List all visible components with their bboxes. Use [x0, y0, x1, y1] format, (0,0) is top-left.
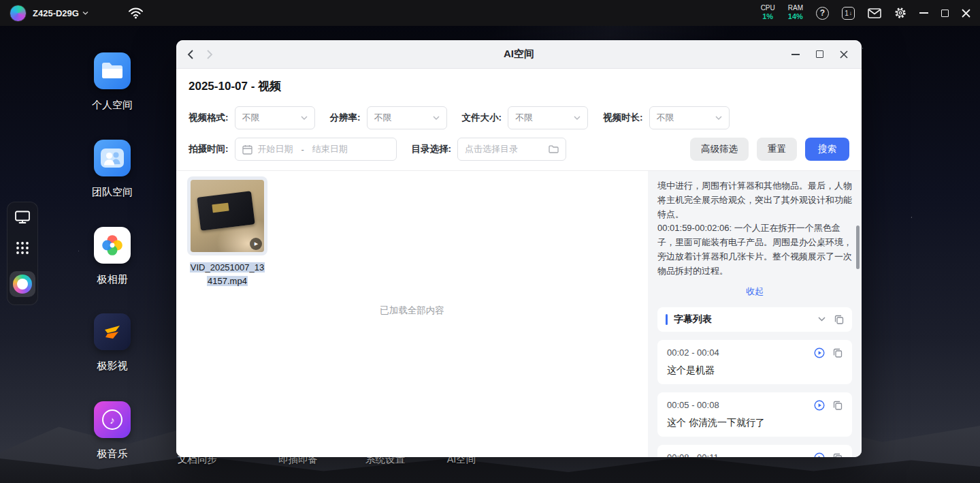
- calendar-icon: [242, 144, 252, 155]
- date-separator: -: [301, 144, 304, 155]
- search-button[interactable]: 搜索: [805, 138, 849, 161]
- close-system-icon[interactable]: [962, 9, 970, 18]
- collapse-link[interactable]: 收起: [657, 285, 852, 298]
- transfer-tasks-icon[interactable]: 1↓: [842, 7, 855, 20]
- filter-bar: 视频格式: 不限 分辨率: 不限 文件大小: 不限 视频时长: 不限 拍摄时间:: [176, 101, 862, 171]
- team-space-icon: [94, 140, 131, 176]
- personal-space-folder-icon: [94, 52, 131, 89]
- duration-filter-label: 视频时长:: [603, 112, 643, 124]
- directory-filter-label: 目录选择:: [412, 143, 452, 155]
- ai-space-window: AI空间 2025-10-07 - 视频 视频格式: 不限 分辨率: 不限: [176, 40, 862, 457]
- collapse-chevron-icon[interactable]: [818, 317, 826, 322]
- desktop-icon-label: 团队空间: [92, 186, 133, 199]
- ram-usage: RAM 14%: [788, 4, 803, 21]
- desktop-icon-label: 极相册: [97, 273, 128, 286]
- desktop-icon-label: 极音乐: [97, 448, 128, 461]
- video-thumbnail[interactable]: ▶: [187, 176, 267, 255]
- chevron-down-icon: [433, 116, 440, 120]
- video-results-area: ▶ VID_20251007_13 4157.mp4 已加载全部内容: [176, 171, 648, 457]
- window-minimize-icon[interactable]: [791, 54, 800, 55]
- chevron-down-icon: [574, 116, 581, 120]
- desktop-icon-team-space[interactable]: 团队空间: [82, 140, 143, 199]
- device-dropdown-chevron-icon[interactable]: [82, 11, 88, 15]
- subtitle-item: 00:08 - 00:11: [657, 445, 852, 457]
- accent-bar: [666, 314, 668, 325]
- video-item[interactable]: ▶ VID_20251007_13 4157.mp4: [187, 176, 267, 287]
- reset-button[interactable]: 重置: [757, 138, 797, 161]
- desktop-icon-movies[interactable]: 极影视: [82, 313, 143, 373]
- resolution-select[interactable]: 不限: [367, 106, 447, 129]
- settings-gear-icon[interactable]: [894, 7, 906, 19]
- forward-icon[interactable]: [206, 49, 213, 60]
- subtitle-list-title: 字幕列表: [674, 313, 812, 326]
- mail-icon[interactable]: [868, 8, 881, 18]
- window-title: AI空间: [176, 48, 862, 61]
- video-filename: VID_20251007_13 4157.mp4: [187, 261, 267, 287]
- folder-icon: [549, 145, 559, 153]
- filesize-select[interactable]: 不限: [508, 106, 588, 129]
- play-badge-icon: ▶: [250, 238, 262, 250]
- copy-subtitle-icon[interactable]: [833, 348, 843, 358]
- system-topbar: Z425-D29G CPU 1% RAM 14% ? 1↓: [0, 0, 980, 26]
- subtitle-list-header: 字幕列表: [657, 307, 852, 332]
- ai-space-app-icon: [13, 275, 32, 294]
- minimize-system-icon[interactable]: [919, 12, 928, 14]
- music-icon: ♪: [94, 401, 131, 438]
- back-icon[interactable]: [187, 49, 194, 60]
- copy-subtitle-icon[interactable]: [833, 453, 843, 457]
- window-close-icon[interactable]: [840, 50, 848, 59]
- subtitle-time: 00:05 - 00:08: [667, 400, 814, 410]
- window-titlebar: AI空间: [176, 40, 862, 69]
- movies-icon: [94, 313, 131, 350]
- date-range-input[interactable]: 开始日期 - 结束日期: [235, 138, 397, 161]
- subtitle-text: 这个是机器: [667, 364, 843, 377]
- format-filter-label: 视频格式:: [189, 112, 229, 124]
- shoot-time-filter-label: 拍摄时间:: [189, 143, 229, 155]
- all-content-loaded-text: 已加载全部内容: [176, 305, 648, 317]
- photos-flower-icon: [94, 227, 131, 264]
- format-select[interactable]: 不限: [235, 106, 315, 129]
- desktop-icon-music[interactable]: ♪ 极音乐: [82, 401, 143, 461]
- maximize-system-icon[interactable]: [941, 10, 949, 17]
- copy-all-icon[interactable]: [834, 315, 844, 324]
- play-subtitle-icon[interactable]: [814, 400, 825, 411]
- video-description-text: 境中进行，周围有计算器和其他物品。最后，人物将主机完全展示给观众，突出了其外观设…: [657, 179, 852, 279]
- active-app-icon[interactable]: [10, 271, 35, 297]
- desktop-icon-label: 个人空间: [92, 99, 133, 112]
- subtitle-time: 00:08 - 00:11: [667, 452, 814, 457]
- directory-placeholder: 点击选择目录: [465, 143, 549, 155]
- left-dock: [7, 202, 38, 305]
- chevron-down-icon: [715, 116, 722, 120]
- help-icon[interactable]: ?: [816, 7, 829, 20]
- subtitle-item: 00:05 - 00:08 这个 你清洗一下就行了: [657, 392, 852, 437]
- filesize-filter-label: 文件大小:: [462, 112, 502, 124]
- page-title: 2025-10-07 - 视频: [176, 69, 862, 101]
- window-content: ▶ VID_20251007_13 4157.mp4 已加载全部内容 境中进行，…: [176, 171, 862, 457]
- device-name[interactable]: Z425-D29G: [33, 8, 79, 18]
- end-date-placeholder: 结束日期: [312, 143, 348, 155]
- subtitle-item: 00:02 - 00:04 这个是机器: [657, 340, 852, 384]
- panel-scrollbar-thumb[interactable]: [856, 225, 860, 269]
- app-grid-icon[interactable]: [15, 240, 30, 255]
- desktop-monitor-icon[interactable]: [14, 210, 31, 224]
- desktop-icon-personal-space[interactable]: 个人空间: [82, 52, 143, 112]
- user-avatar[interactable]: [10, 5, 27, 22]
- subtitle-text: 这个 你清洗一下就行了: [667, 417, 843, 429]
- directory-select-input[interactable]: 点击选择目录: [457, 138, 566, 161]
- chevron-down-icon: [301, 116, 308, 120]
- duration-select[interactable]: 不限: [649, 106, 730, 129]
- cpu-usage: CPU 1%: [761, 4, 775, 21]
- desktop-icon-photos[interactable]: 极相册: [82, 227, 143, 286]
- desktop-icon-label: 极影视: [97, 360, 128, 373]
- wifi-icon[interactable]: [128, 7, 144, 19]
- play-subtitle-icon[interactable]: [814, 347, 825, 358]
- start-date-placeholder: 开始日期: [258, 143, 293, 155]
- subtitle-time: 00:02 - 00:04: [667, 347, 814, 358]
- ai-analysis-panel: 境中进行，周围有计算器和其他物品。最后，人物将主机完全展示给观众，突出了其外观设…: [648, 171, 862, 457]
- resolution-filter-label: 分辨率:: [330, 112, 361, 124]
- play-subtitle-icon[interactable]: [814, 452, 825, 457]
- copy-subtitle-icon[interactable]: [833, 401, 843, 410]
- window-maximize-icon[interactable]: [816, 50, 823, 58]
- advanced-filter-button[interactable]: 高级筛选: [690, 138, 749, 161]
